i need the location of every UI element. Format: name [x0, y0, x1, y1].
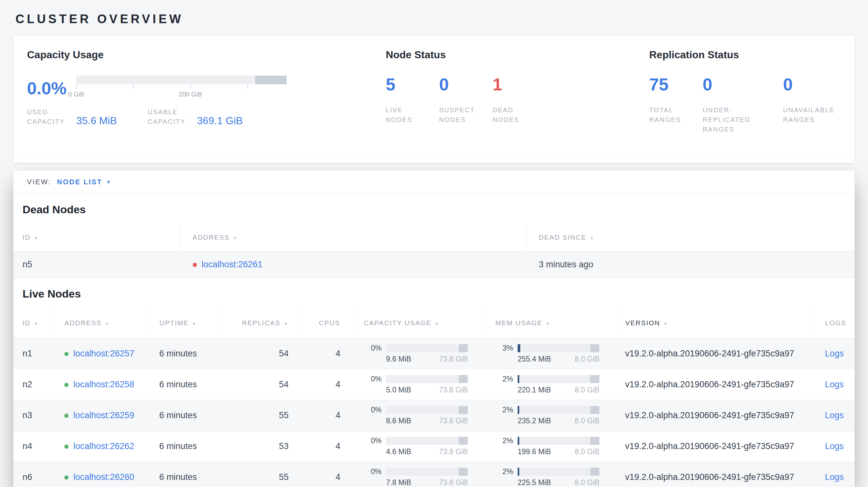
live-nodes-stat: 5 LIVE NODES: [386, 75, 439, 125]
capacity-usage-bar: [76, 75, 287, 84]
mem-used-value: 255.4 MiB: [518, 355, 551, 363]
live-nodes-count: 5: [386, 75, 395, 94]
mem-usage-cell: 2% 199.6 MiB8.0 GiB: [495, 436, 616, 456]
col-header-capacity-usage[interactable]: CAPACITY USAGE▼: [354, 308, 486, 338]
mem-percent: 2%: [495, 405, 513, 414]
bar-segment: [459, 468, 468, 476]
node-address-link[interactable]: localhost:26262: [73, 441, 134, 451]
column-label: DEAD SINCE: [539, 233, 587, 241]
capacity-percent: 0%: [364, 467, 381, 476]
axis-tick-label: 200 GiB: [179, 91, 202, 98]
logs-link[interactable]: Logs: [825, 441, 844, 451]
node-cpus: 4: [302, 400, 354, 431]
capacity-usage-cell: 0% 8.6 MiB73.8 GiB: [364, 405, 486, 425]
node-id: n2: [13, 369, 53, 400]
node-address-link[interactable]: localhost:26259: [73, 411, 134, 420]
node-uptime: 6 minutes: [150, 338, 222, 369]
sort-desc-icon: ▼: [233, 236, 238, 240]
dead-nodes-stat: 1 DEAD NODES: [493, 75, 546, 125]
node-replicas: 54: [222, 338, 302, 369]
col-header-mem-usage[interactable]: MEM USAGE▼: [486, 308, 616, 338]
node-address-link[interactable]: localhost:26257: [73, 349, 134, 358]
mem-used-value: 199.6 MiB: [518, 448, 551, 456]
table-row: n2 localhost:26258 6 minutes 54 4 0% 5.0…: [13, 369, 855, 400]
col-header-id[interactable]: ID▼: [13, 308, 53, 338]
col-header-address[interactable]: ADDRESS▼: [53, 308, 150, 338]
bar-segment: [459, 437, 468, 445]
bar-segment: [590, 344, 599, 352]
mem-usage-cell: 2% 220.1 MiB8.0 GiB: [495, 375, 616, 394]
capacity-total-value: 73.8 GiB: [439, 355, 468, 363]
col-header-uptime[interactable]: UPTIME▼: [150, 308, 222, 338]
mem-total-value: 8.0 GiB: [575, 448, 599, 456]
mem-percent: 2%: [495, 436, 513, 445]
bar-fill: [518, 344, 520, 352]
node-uptime: 6 minutes: [150, 369, 222, 400]
suspect-nodes-count: 0: [439, 75, 449, 94]
capacity-usage-section: Capacity Usage 0.0% 0 GiB 200 GiB: [27, 49, 386, 148]
node-cpus: 4: [302, 462, 354, 487]
dead-nodes-heading: Dead Nodes: [13, 194, 855, 224]
bar-segment: [590, 468, 599, 476]
capacity-usage-bar-block: 0 GiB 200 GiB: [76, 75, 287, 101]
total-ranges-label: TOTAL RANGES: [649, 105, 689, 125]
capacity-usage-bar: [386, 344, 468, 352]
capacity-used-value: 8.6 MiB: [386, 417, 411, 425]
logs-link[interactable]: Logs: [825, 349, 844, 358]
unavailable-ranges-label: UNAVAILABLE RANGES: [783, 105, 841, 125]
capacity-usage-cell: 0% 4.6 MiB73.8 GiB: [364, 436, 486, 456]
node-address-link[interactable]: localhost:26258: [73, 380, 134, 389]
replication-status-section: Replication Status 75 TOTAL RANGES 0 UND…: [649, 49, 841, 148]
sort-desc-icon: ▼: [435, 321, 439, 326]
logs-link[interactable]: Logs: [825, 380, 844, 389]
dead-col-header-dead-since[interactable]: DEAD SINCE▼: [526, 224, 855, 251]
node-address-link[interactable]: localhost:26260: [73, 472, 134, 482]
bar-segment: [459, 344, 468, 352]
axis-tick: [190, 85, 191, 89]
node-replicas: 55: [222, 462, 302, 487]
dead-nodes-table: ID▼ ADDRESS▼ DEAD SINCE▼ n5 localhost:26…: [13, 224, 855, 278]
column-label: ADDRESS: [65, 319, 102, 326]
column-label: ID: [23, 319, 31, 326]
col-header-version[interactable]: VERSION▼: [616, 308, 814, 338]
capacity-usage-cell: 0% 9.6 MiB73.8 GiB: [364, 344, 486, 363]
node-address-link[interactable]: localhost:26261: [202, 260, 262, 269]
axis-tick: [133, 85, 134, 89]
mem-usage-bar: [518, 468, 599, 476]
dead-col-header-id[interactable]: ID▼: [13, 224, 180, 251]
logs-link[interactable]: Logs: [825, 472, 844, 482]
usable-capacity-label: USABLE CAPACITY: [148, 107, 197, 126]
sort-desc-icon: ▼: [284, 321, 288, 326]
axis-tick-label: 0 GiB: [68, 91, 84, 98]
live-nodes-label: LIVE NODES: [386, 105, 424, 125]
mem-usage-cell: 2% 225.5 MiB8.0 GiB: [495, 467, 616, 487]
node-cpus: 4: [302, 369, 354, 400]
table-row: n3 localhost:26259 6 minutes 55 4 0% 8.6…: [13, 400, 855, 431]
mem-total-value: 8.0 GiB: [575, 355, 599, 363]
sort-desc-icon: ▼: [34, 321, 39, 326]
mem-usage-bar: [518, 375, 599, 383]
replication-status-title: Replication Status: [649, 49, 841, 61]
mem-percent: 2%: [495, 467, 513, 476]
bar-segment: [459, 375, 468, 383]
mem-total-value: 8.0 GiB: [575, 478, 599, 487]
sort-desc-icon: ▼: [192, 321, 197, 326]
node-id: n1: [13, 338, 53, 369]
dead-node-row: n5 localhost:26261 3 minutes ago: [13, 251, 855, 278]
dead-col-header-address[interactable]: ADDRESS▼: [180, 224, 526, 251]
column-label: UPTIME: [160, 319, 189, 326]
chevron-down-icon: ▼: [106, 179, 111, 185]
page-title: CLUSTER OVERVIEW: [16, 12, 855, 26]
mem-total-value: 8.0 GiB: [575, 386, 599, 394]
view-selector-dropdown[interactable]: NODE LIST ▼: [57, 178, 111, 186]
live-nodes-table: ID▼ ADDRESS▼ UPTIME▼ REPLICAS▼ CPUS CAPA…: [13, 308, 855, 487]
bar-segment: [459, 406, 468, 414]
sort-desc-icon: ▼: [105, 321, 110, 326]
logs-link[interactable]: Logs: [825, 411, 844, 420]
col-header-replicas[interactable]: REPLICAS▼: [222, 308, 302, 338]
capacity-percent: 0%: [364, 375, 381, 383]
under-replicated-ranges-label: UNDER-REPLICATED RANGES: [703, 105, 765, 134]
node-id: n5: [13, 251, 180, 278]
column-label: ID: [23, 233, 31, 241]
mem-usage-bar: [518, 406, 599, 414]
